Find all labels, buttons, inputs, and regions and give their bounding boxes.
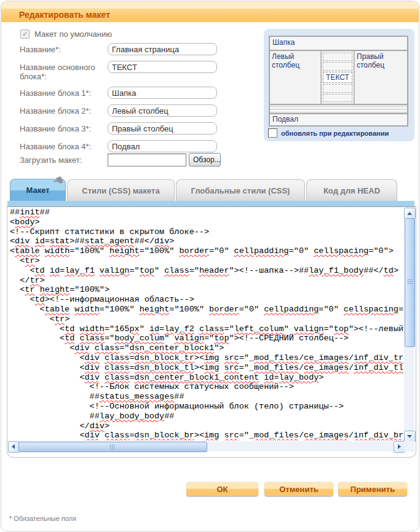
preview-left-column: Левый столбец xyxy=(270,51,322,104)
tab-bar: МакетСтили (CSS) макетаГлобальные стили … xyxy=(1,179,419,201)
layout-form: ✓ Макет по умолчанию Название*:Название … xyxy=(20,28,226,158)
field-label-block2: Название блока 2*: xyxy=(20,104,108,115)
tab-css-global[interactable]: Глобальные стили (CSS) xyxy=(176,179,305,201)
preview-header-block: Шапка xyxy=(270,37,407,51)
tab-css-layout[interactable]: Стили (CSS) макета xyxy=(67,179,175,201)
code-editor: ##init##<body><!--Скрипт статистики в ск… xyxy=(7,206,416,458)
preview-stripes xyxy=(270,104,407,113)
tab-head-code[interactable]: Код для HEAD xyxy=(306,179,397,201)
scrollbar-corner xyxy=(404,441,414,452)
code-editor-content[interactable]: ##init##<body><!--Скрипт статистики в ск… xyxy=(8,208,404,440)
preview-center-column: ТЕКСТ xyxy=(322,51,355,104)
arrow-right-icon xyxy=(398,444,401,449)
field-input-block3[interactable] xyxy=(108,122,217,135)
field-input-block2[interactable] xyxy=(108,104,217,117)
preview-footer-block: Подвал xyxy=(270,113,407,125)
pin-icon[interactable] xyxy=(53,176,64,184)
preview-empty-cell xyxy=(323,84,352,92)
top-cream-strip xyxy=(1,1,419,9)
field-row-block1: Название блока 1*: xyxy=(20,87,226,99)
preview-empty-cell xyxy=(323,62,352,70)
arrow-down-icon xyxy=(407,435,412,438)
update-on-edit-label: обновлять при редактировании xyxy=(281,130,389,137)
field-input-block4[interactable] xyxy=(108,140,217,152)
thumb-grip-icon xyxy=(110,444,116,450)
update-on-edit-checkbox[interactable] xyxy=(268,128,277,138)
preview-empty-cell xyxy=(323,53,352,61)
vertical-scroll-thumb[interactable] xyxy=(405,218,415,347)
field-label-main-block: Название основного блока*: xyxy=(20,61,108,81)
upload-layout-row: Загрузить макет: Обзор... xyxy=(20,153,221,166)
update-on-edit-row: обновлять при редактировании xyxy=(268,128,389,138)
preview-empty-cell xyxy=(323,94,352,102)
preview-right-column: Правый столбец xyxy=(355,51,407,104)
layout-preview-diagram: Шапка Левый столбец ТЕКСТ Правый столбец… xyxy=(269,36,408,127)
action-buttons: ОКОтменитьПрименить xyxy=(1,482,419,499)
upload-file-input[interactable] xyxy=(108,154,186,166)
required-fields-note: * Обязательные поля xyxy=(9,515,76,522)
thumb-grip-icon xyxy=(407,280,413,285)
field-input-main-block[interactable] xyxy=(108,61,217,73)
field-row-block2: Название блока 2*: xyxy=(20,104,226,117)
page-title: Редактировать макет xyxy=(19,10,110,20)
vertical-scrollbar[interactable] xyxy=(404,208,414,441)
default-layout-label: Макет по умолчанию xyxy=(34,29,112,39)
field-row-block4: Название блока 4*: xyxy=(20,140,226,152)
horizontal-scrollbar[interactable] xyxy=(8,441,404,452)
field-label-block1: Название блока 1*: xyxy=(20,87,108,98)
layout-preview-panel: Шапка Левый столбец ТЕКСТ Правый столбец… xyxy=(264,29,414,141)
cancel-button[interactable]: Отменить xyxy=(264,482,334,497)
tab-underline-strip xyxy=(7,201,414,206)
field-row-main-block: Название основного блока*: xyxy=(20,61,226,81)
horizontal-scroll-thumb[interactable] xyxy=(18,442,207,452)
field-label-title: Название*: xyxy=(20,43,108,54)
ok-button[interactable]: ОК xyxy=(186,482,259,497)
arrow-up-icon xyxy=(407,212,412,215)
field-input-title[interactable] xyxy=(108,43,217,55)
field-row-block3: Название блока 3*: xyxy=(20,122,226,135)
apply-button[interactable]: Применить xyxy=(338,482,408,497)
field-label-block4: Название блока 4*: xyxy=(20,140,108,151)
arrow-left-icon xyxy=(12,444,15,449)
browse-button[interactable]: Обзор... xyxy=(189,153,221,166)
field-label-block3: Название блока 3*: xyxy=(20,122,108,133)
field-input-block1[interactable] xyxy=(108,87,217,99)
default-layout-checkbox: ✓ xyxy=(20,29,30,39)
upload-label: Загрузить макет: xyxy=(20,155,108,165)
field-row-title: Название*: xyxy=(20,43,226,55)
preview-columns: Левый столбец ТЕКСТ Правый столбец xyxy=(270,51,407,104)
edit-layout-dialog: Редактировать макет ✓ Макет по умолчанию… xyxy=(1,1,419,531)
preview-text-block: ТЕКСТ xyxy=(323,72,352,83)
fields-host: Название*:Название основного блока*:Назв… xyxy=(20,43,226,152)
default-layout-row: ✓ Макет по умолчанию xyxy=(20,28,226,39)
